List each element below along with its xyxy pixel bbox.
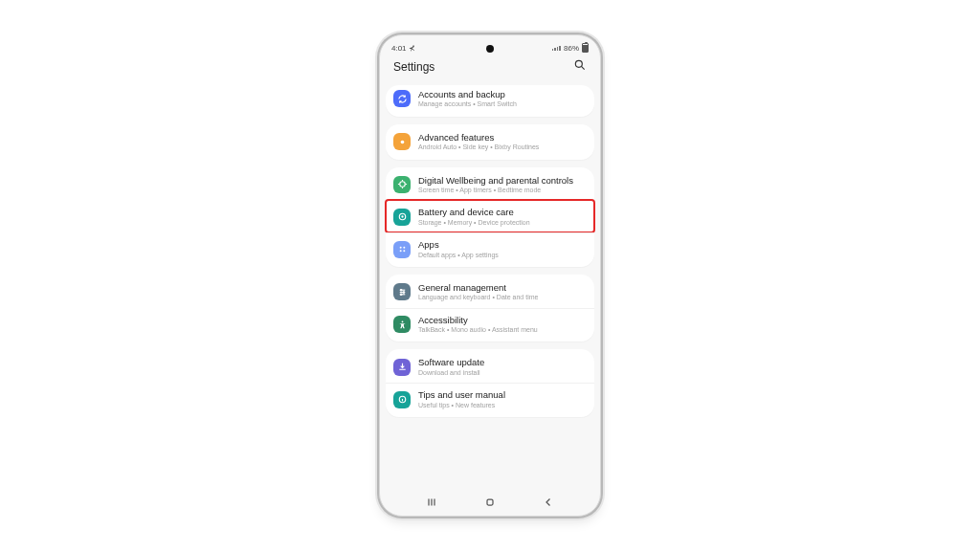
- svg-line-1: [581, 66, 584, 69]
- settings-row-software-update[interactable]: Software update Download and install: [386, 351, 594, 383]
- settings-group: Accounts and backup Manage accounts • Sm…: [386, 85, 594, 117]
- row-subtitle: Storage • Memory • Device protection: [418, 219, 587, 227]
- device-care-icon: [393, 209, 411, 226]
- svg-point-0: [575, 60, 582, 67]
- advanced-icon: [393, 133, 411, 150]
- front-camera: [486, 45, 494, 53]
- svg-point-15: [400, 294, 401, 295]
- sync-icon: [393, 90, 411, 107]
- settings-row-general-management[interactable]: General management Language and keyboard…: [386, 276, 594, 308]
- svg-point-3: [399, 182, 405, 187]
- row-subtitle: Screen time • App timers • Bedtime mode: [418, 187, 587, 194]
- settings-group: General management Language and keyboard…: [386, 275, 594, 342]
- general-management-icon: [393, 283, 411, 300]
- settings-row-advanced-features[interactable]: Advanced features Android Auto • Side ke…: [386, 126, 594, 158]
- status-time: 4:01 ⊀: [391, 44, 415, 53]
- nav-recents-icon[interactable]: [425, 496, 438, 510]
- row-title: Digital Wellbeing and parental controls: [418, 175, 587, 186]
- page-title: Settings: [393, 60, 434, 74]
- settings-group: Digital Wellbeing and parental controls …: [386, 167, 594, 267]
- signal-icon: [552, 46, 561, 51]
- row-subtitle: Default apps • App settings: [418, 252, 587, 259]
- svg-point-13: [400, 289, 401, 290]
- svg-point-5: [401, 216, 403, 218]
- search-icon[interactable]: [573, 58, 587, 76]
- row-subtitle: TalkBack • Mono audio • Assistant menu: [418, 326, 587, 334]
- row-subtitle: Useful tips • New features: [418, 402, 587, 409]
- software-update-icon: [393, 359, 411, 376]
- settings-row-battery-device-care[interactable]: Battery and device care Storage • Memory…: [386, 200, 594, 232]
- row-subtitle: Language and keyboard • Date and time: [418, 294, 587, 301]
- row-title: Accounts and backup: [418, 89, 587, 99]
- svg-point-8: [399, 250, 401, 252]
- svg-point-6: [399, 247, 401, 249]
- row-title: Apps: [418, 239, 587, 250]
- nav-home-icon[interactable]: [483, 496, 497, 510]
- row-subtitle: Download and install: [418, 369, 587, 377]
- apps-icon: [393, 241, 411, 258]
- settings-group: Advanced features Android Auto • Side ke…: [386, 124, 594, 160]
- settings-row-tips-user-manual[interactable]: Tips and user manual Useful tips • New f…: [386, 383, 594, 415]
- settings-row-apps[interactable]: Apps Default apps • App settings: [386, 232, 594, 265]
- svg-point-7: [403, 247, 405, 249]
- row-title: General management: [418, 282, 587, 293]
- row-title: Advanced features: [418, 132, 587, 143]
- battery-icon: [582, 43, 589, 53]
- battery-percent: 86%: [564, 44, 579, 53]
- settings-row-digital-wellbeing[interactable]: Digital Wellbeing and parental controls …: [386, 169, 594, 201]
- row-title: Software update: [418, 357, 587, 367]
- nav-back-icon[interactable]: [542, 496, 555, 510]
- settings-group: Software update Download and install Tip…: [386, 349, 594, 417]
- settings-row-accounts-backup[interactable]: Accounts and backup Manage accounts • Sm…: [386, 87, 594, 115]
- row-title: Accessibility: [418, 315, 587, 325]
- system-nav-bar: [380, 495, 600, 512]
- app-header: Settings: [380, 55, 600, 83]
- svg-point-14: [403, 292, 404, 293]
- status-right: 86%: [552, 43, 589, 53]
- svg-point-2: [400, 140, 404, 143]
- settings-list[interactable]: Accounts and backup Manage accounts • Sm…: [380, 85, 600, 496]
- row-title: Battery and device care: [418, 207, 587, 217]
- wellbeing-icon: [393, 176, 411, 193]
- svg-point-16: [401, 320, 403, 322]
- settings-row-accessibility[interactable]: Accessibility TalkBack • Mono audio • As…: [386, 308, 594, 341]
- phone-frame: 4:01 ⊀ 86% Settings Accounts an: [379, 34, 601, 517]
- row-subtitle: Manage accounts • Smart Switch: [418, 100, 587, 108]
- row-subtitle: Android Auto • Side key • Bixby Routines: [418, 143, 587, 151]
- svg-point-9: [403, 250, 405, 252]
- row-title: Tips and user manual: [418, 389, 587, 400]
- accessibility-icon: [393, 316, 411, 333]
- svg-rect-23: [487, 499, 493, 505]
- tips-icon: [393, 391, 411, 408]
